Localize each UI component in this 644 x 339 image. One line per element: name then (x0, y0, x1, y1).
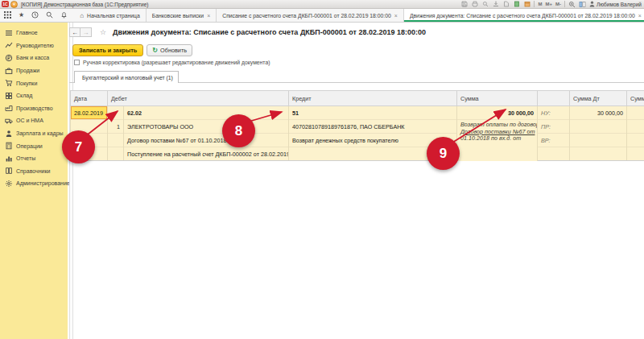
gear-icon (5, 180, 13, 188)
cell-empty[interactable] (71, 120, 108, 134)
col-header-blank[interactable] (538, 91, 570, 106)
sidebar-item-otchety[interactable]: Отчеты (0, 152, 68, 165)
tab-accounting-register[interactable]: Бухгалтерский и налоговый учет (1) (74, 71, 179, 83)
notifications-bell-icon[interactable] (60, 11, 68, 19)
col-header-credit[interactable]: Кредит (289, 91, 457, 106)
sidebar-item-operacii[interactable]: Операции (0, 139, 68, 152)
cell-empty[interactable] (627, 134, 644, 147)
table-row[interactable]: Договор поставки №67 от 01.10.2018 Возвр… (71, 134, 644, 147)
cell-debit-account[interactable]: 62.02 (124, 106, 289, 120)
memory-m-button[interactable]: М (538, 2, 542, 6)
sidebar-item-spravochniki[interactable]: Справочники (0, 165, 68, 178)
cell-debit-analytics-1[interactable]: ЭЛЕКТРОТОВАРЫ ООО (124, 120, 289, 134)
favorites-star-icon[interactable]: ★ (19, 12, 24, 19)
close-icon[interactable]: × (207, 13, 210, 19)
preview-icon[interactable] (481, 1, 489, 8)
sidebar-item-zarplata-i-kadry[interactable]: Зарплата и кадры (0, 127, 68, 140)
sidebar-item-label: Продажи (16, 68, 39, 73)
cell-empty[interactable] (570, 120, 627, 134)
cell-flag-pr[interactable]: ПР: (538, 120, 570, 134)
cell-credit-analytics-2[interactable]: Возврат денежных средств покупателю (289, 134, 457, 147)
page-title: Движения документа: Списание с расчетног… (113, 28, 426, 36)
table-row[interactable]: Поступление на расчетный счет ДКБП-00000… (71, 147, 644, 161)
current-user[interactable]: Любимов Валерий (589, 1, 642, 7)
forward-button[interactable]: → (80, 27, 92, 37)
sidebar-item-glavnoe[interactable]: Главное (0, 27, 68, 39)
cell-date-selected[interactable]: 28.02.2019 (71, 106, 108, 120)
tab-home[interactable]: ⌂ Начальная страница (74, 9, 147, 22)
sidebar-item-label: Руководителю (16, 43, 54, 48)
sidebar-splitter[interactable] (69, 23, 73, 339)
cell-line-number[interactable]: 1 (108, 120, 124, 134)
table-header-row: Дата Дебет Кредит Сумма Сумма Дт Сумма К… (71, 91, 644, 106)
col-header-sum[interactable]: Сумма (457, 91, 538, 106)
cell-empty[interactable] (570, 147, 627, 161)
cell-empty[interactable] (289, 147, 457, 161)
truck-icon (5, 117, 13, 125)
cell-flag-nu[interactable]: НУ: (538, 106, 570, 120)
cell-sum-comment[interactable]: Возврат оплаты по договору Договор поста… (457, 120, 538, 161)
sidebar-item-label: Склад (16, 93, 32, 98)
cell-lineno-spacer[interactable] (108, 106, 124, 120)
sidebar-item-administrirovanie[interactable]: Администрирование (0, 177, 68, 190)
open-file-icon[interactable] (502, 1, 510, 8)
close-icon[interactable]: × (394, 13, 398, 19)
back-button[interactable]: ← (69, 27, 80, 37)
col-header-date[interactable]: Дата (71, 91, 108, 106)
tab-bank-statements[interactable]: Банковские выписки × (147, 9, 217, 22)
history-clock-icon[interactable] (31, 11, 39, 19)
cell-credit-analytics-1[interactable]: 40702810789189761876, ПАО СБЕРБАНК (289, 120, 457, 134)
sidebar-item-bank-i-kassa[interactable]: Банк и касса (0, 52, 68, 64)
table-row[interactable]: 1 ЭЛЕКТРОТОВАРЫ ООО 40702810789189761876… (71, 120, 644, 134)
save-and-close-button[interactable]: Записать и закрыть (72, 44, 143, 56)
cell-empty[interactable] (570, 134, 627, 147)
main-menu-button[interactable]: ▾ (10, 1, 18, 8)
cell-empty[interactable] (71, 134, 108, 147)
sidebar-item-proizvodstvo[interactable]: Производство (0, 102, 68, 115)
favorite-star-icon[interactable]: ☆ (100, 28, 106, 36)
apps-grid-icon[interactable] (4, 11, 11, 19)
cell-empty[interactable] (108, 147, 124, 161)
col-header-debit[interactable]: Дебет (108, 91, 289, 106)
hamburger-icon (5, 29, 13, 37)
cell-empty[interactable] (627, 147, 644, 161)
cell-flag-vr[interactable]: ВР: (538, 134, 570, 147)
sidebar-item-pokupki[interactable]: Покупки (0, 76, 68, 89)
cell-credit-account[interactable]: 51 (289, 106, 457, 120)
layout-columns-icon[interactable] (579, 1, 586, 8)
cell-sum-dt[interactable]: 30 000,00 (570, 106, 627, 120)
cell-debit-analytics-2[interactable]: Договор поставки №67 от 01.10.2018 (124, 134, 289, 147)
memory-m-minus-button[interactable]: М- (555, 2, 561, 6)
tab-document-movements[interactable]: Движения документа: Списание с расчетног… (404, 9, 644, 22)
sidebar-item-sklad[interactable]: Склад (0, 89, 68, 102)
cell-empty[interactable] (71, 147, 108, 161)
cell-empty[interactable] (538, 147, 570, 161)
tab-label: Списание с расчетного счета ДКБП-000001 … (222, 13, 391, 19)
sidebar-item-os-i-nma[interactable]: ОС и НМА (0, 114, 68, 127)
1c-application-window: 1С ▾ [КОПИЯ] Демонстрационная база (1С:П… (0, 0, 644, 339)
table-row[interactable]: 28.02.2019 62.02 51 30 000,00 НУ: 30 000… (71, 106, 644, 120)
manual-adjustment-checkbox[interactable] (74, 60, 80, 65)
cell-debit-analytics-3[interactable]: Поступление на расчетный счет ДКБП-00000… (124, 147, 289, 161)
refresh-button[interactable]: ↻ Обновить (147, 44, 192, 56)
cell-empty[interactable] (627, 120, 644, 134)
cell-sum-kt[interactable] (627, 106, 644, 120)
calendar-icon[interactable] (523, 1, 530, 8)
sidebar-item-rukovoditelyu[interactable]: Руководителю (0, 39, 68, 52)
home-icon: ⌂ (80, 12, 84, 19)
toolbar-separator (564, 1, 565, 7)
print-icon[interactable] (471, 1, 478, 8)
document-green-icon[interactable] (513, 1, 520, 8)
close-icon[interactable]: × (638, 13, 642, 19)
tab-writeoff-document[interactable]: Списание с расчетного счета ДКБП-000001 … (217, 9, 404, 22)
col-header-sum-dt[interactable]: Сумма Дт (570, 91, 627, 106)
search-icon[interactable] (46, 11, 53, 19)
save-icon[interactable] (460, 1, 468, 8)
sidebar-item-prodazhi[interactable]: Продажи (0, 64, 68, 77)
memory-m-plus-button[interactable]: М+ (545, 2, 552, 6)
export-icon[interactable] (492, 1, 499, 8)
col-header-sum-kt[interactable]: Сумма Кт (627, 91, 644, 106)
cell-empty[interactable] (108, 134, 124, 147)
cell-sum[interactable]: 30 000,00 (457, 106, 538, 120)
zoom-in-icon[interactable] (568, 1, 576, 8)
